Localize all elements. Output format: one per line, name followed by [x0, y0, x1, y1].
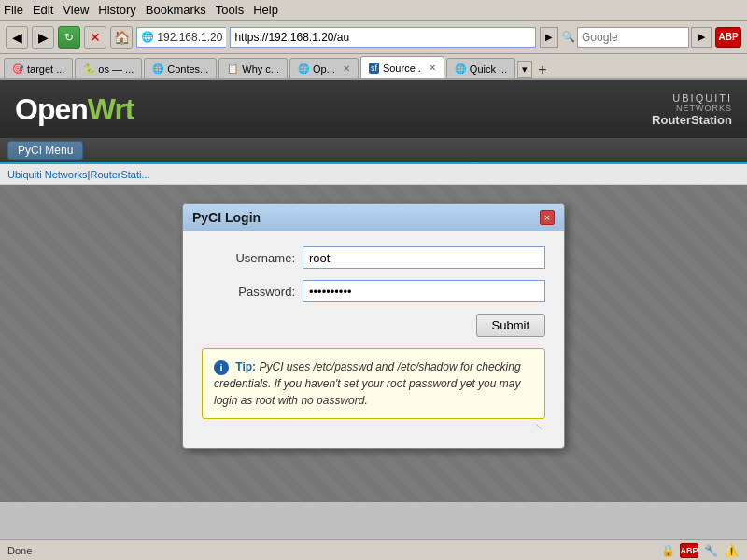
tab-label-contes: Contes... — [167, 63, 208, 75]
go-button[interactable]: ▶ — [540, 27, 558, 48]
dialog-title: PyCI Login — [192, 210, 261, 225]
forward-button[interactable]: ▶ — [32, 26, 54, 49]
tab-favicon-why: 📋 — [227, 63, 238, 74]
tip-icon: i — [214, 360, 229, 375]
menu-bookmarks[interactable]: Bookmarks — [146, 3, 206, 17]
search-bar: 🔍 ▶ — [562, 27, 712, 48]
status-text: Done — [7, 545, 32, 556]
resize-handle[interactable]: ⟍ — [202, 419, 545, 433]
tab-favicon-op: 🌐 — [298, 63, 309, 74]
back-button[interactable]: ◀ — [6, 26, 28, 49]
pyci-menu-button[interactable]: PyCI Menu — [7, 141, 83, 160]
menu-help[interactable]: Help — [253, 3, 278, 17]
dialog-close-button[interactable]: × — [540, 210, 555, 225]
tab-op[interactable]: 🌐 Op... ✕ — [289, 58, 359, 78]
statusbar: Done 🔒 ABP 🔧 ⚠️ — [0, 539, 747, 560]
tab-favicon-contes: 🌐 — [152, 63, 163, 74]
menu-file[interactable]: File — [4, 3, 23, 17]
username-row: Username: — [202, 246, 545, 269]
submit-button[interactable]: Submit — [476, 314, 545, 337]
ubiquiti-brand: UBIQUITI — [652, 92, 732, 104]
openwrt-logo: OpenWrt — [15, 92, 134, 127]
breadcrumb: Ubiquiti Networks | RouterStati... — [0, 164, 747, 185]
tip-box: i Tip: PyCI uses /etc/passwd and /etc/sh… — [202, 348, 545, 419]
tab-close-op[interactable]: ✕ — [343, 63, 350, 74]
abp-button[interactable]: ABP — [715, 27, 741, 48]
tab-favicon-quick: 🌐 — [455, 63, 466, 74]
username-input[interactable] — [303, 246, 545, 269]
tip-header: Tip: — [235, 360, 256, 373]
password-label: Password: — [202, 285, 295, 299]
tab-label-why: Why c... — [242, 63, 279, 75]
username-label: Username: — [202, 251, 295, 265]
password-row: Password: — [202, 280, 545, 302]
tab-label-target: target ... — [27, 63, 64, 75]
statusbar-abp-icon: ABP — [680, 543, 698, 558]
menubar: File Edit View History Bookmarks Tools H… — [0, 0, 747, 21]
dialog-titlebar: PyCI Login × — [183, 204, 564, 231]
home-button[interactable]: 🏠 — [110, 26, 133, 49]
statusbar-right: 🔒 ABP 🔧 ⚠️ — [659, 542, 740, 559]
modal-overlay: PyCI Login × Username: Password: Submit — [0, 185, 747, 502]
tab-overflow-button[interactable]: ▾ — [517, 61, 532, 78]
breadcrumb-link-ubiquiti[interactable]: Ubiquiti Networks — [7, 169, 88, 180]
tab-source[interactable]: sf Source . ✕ — [360, 56, 444, 78]
pyci-menubar: PyCI Menu — [0, 138, 747, 164]
tip-text: PyCI uses /etc/passwd and /etc/shadow fo… — [214, 360, 521, 407]
tools-icon: 🔧 — [702, 542, 719, 559]
search-input[interactable] — [577, 27, 689, 48]
tab-label-quick: Quick ... — [470, 63, 507, 75]
menu-history[interactable]: History — [98, 3, 135, 17]
address-input[interactable] — [230, 27, 536, 48]
login-dialog: PyCI Login × Username: Password: Submit — [182, 203, 565, 449]
tab-label-op: Op... — [313, 63, 335, 75]
toolbar: ◀ ▶ ↻ ✕ 🏠 🌐 192.168.1.20 ▶ 🔍 ▶ ABP — [0, 21, 747, 54]
alert-icon: ⚠️ — [723, 542, 740, 559]
tab-favicon-target: 🎯 — [12, 63, 23, 74]
tab-why[interactable]: 📋 Why c... — [218, 58, 288, 78]
lock-icon: 🔒 — [659, 542, 676, 559]
stop-button[interactable]: ✕ — [84, 26, 106, 49]
menu-edit[interactable]: Edit — [33, 3, 53, 17]
tab-contes[interactable]: 🌐 Contes... — [144, 58, 217, 78]
new-tab-button[interactable]: + — [534, 62, 550, 78]
ubiquiti-model: RouterStation — [652, 113, 732, 127]
tabs-bar: 🎯 target ... 🐍 os — ... 🌐 Contes... 📋 Wh… — [0, 54, 747, 80]
tab-label-source: Source . — [383, 63, 421, 74]
tab-quick[interactable]: 🌐 Quick ... — [446, 58, 515, 78]
tab-target[interactable]: 🎯 target ... — [4, 58, 73, 78]
tab-close-source[interactable]: ✕ — [429, 63, 436, 73]
password-input[interactable] — [303, 280, 545, 302]
address-bar: 🌐 192.168.1.20 ▶ — [136, 27, 558, 48]
tab-favicon-os: 🐍 — [83, 63, 94, 74]
refresh-button[interactable]: ↻ — [58, 26, 80, 49]
submit-row: Submit — [202, 314, 545, 337]
ubiquiti-logo: UBIQUITI NETWORKS RouterStation — [652, 92, 732, 127]
ubiquiti-networks: NETWORKS — [652, 104, 732, 113]
content-area: PyCI Login × Username: Password: Submit — [0, 185, 747, 502]
address-prefix: 🌐 192.168.1.20 — [136, 27, 226, 48]
tab-label-os: os — ... — [98, 63, 134, 75]
menu-view[interactable]: View — [63, 3, 89, 17]
openwrt-header: OpenWrt UBIQUITI NETWORKS RouterStation — [0, 80, 747, 138]
breadcrumb-link-routerstation[interactable]: RouterStati... — [90, 169, 149, 180]
menu-tools[interactable]: Tools — [216, 3, 244, 17]
tab-favicon-source: sf — [369, 63, 379, 74]
tab-os[interactable]: 🐍 os — ... — [75, 58, 142, 78]
search-go-button[interactable]: ▶ — [691, 27, 712, 48]
dialog-body: Username: Password: Submit i Tip: PyCI u… — [183, 231, 564, 448]
